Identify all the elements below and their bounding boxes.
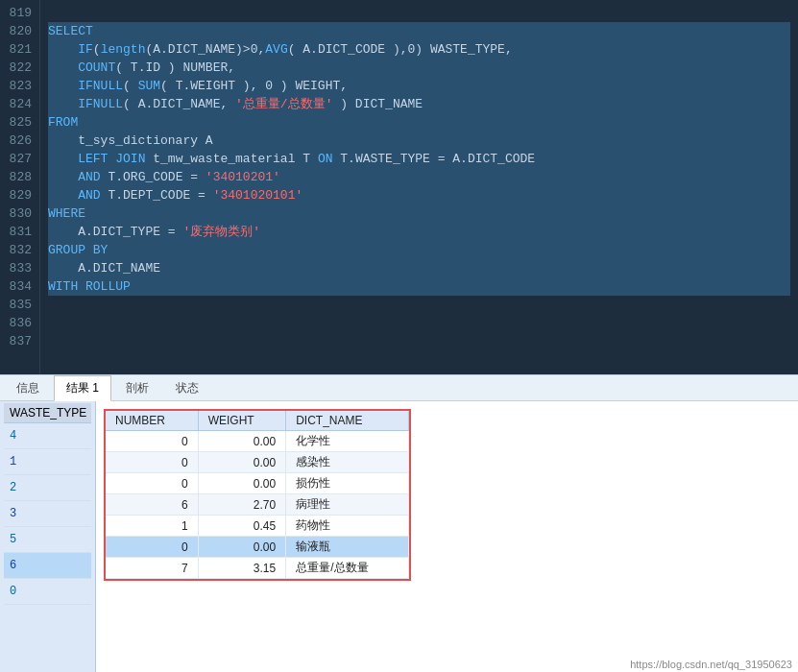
table-cell: 感染性 <box>286 452 409 473</box>
waste-type-cell: 5 <box>4 527 91 553</box>
table-cell: 病理性 <box>286 494 409 516</box>
table-cell: 输液瓶 <box>286 537 409 558</box>
line-numbers: 8198208218228238248258268278288298308318… <box>0 0 40 374</box>
waste-type-cell: 1 <box>4 449 91 475</box>
watermark: https://blog.csdn.net/qq_31950623 <box>630 659 792 670</box>
col-header-weight: WEIGHT <box>198 411 286 431</box>
tab-状态[interactable]: 状态 <box>163 375 211 401</box>
waste-type-header: WASTE_TYPE <box>4 403 91 423</box>
waste-type-cell: 0 <box>4 579 91 605</box>
table-row: 73.15总重量/总数量 <box>106 558 409 579</box>
table-row: 62.70病理性 <box>106 494 409 516</box>
results-table: NUMBERWEIGHTDICT_NAME00.00化学性00.00感染性00.… <box>106 411 409 579</box>
table-cell: 1 <box>106 516 198 537</box>
table-row: 00.00损伤性 <box>106 473 409 494</box>
table-row: 00.00输液瓶 <box>106 537 409 558</box>
table-cell: 损伤性 <box>286 473 409 494</box>
col-header-number: NUMBER <box>106 411 198 431</box>
table-cell: 0.00 <box>198 473 286 494</box>
results-area: WASTE_TYPE 4123560 NUMBERWEIGHTDICT_NAME… <box>0 401 798 672</box>
tabs-bar: 信息结果 1剖析状态 <box>0 374 798 401</box>
table-cell: 7 <box>106 558 198 579</box>
table-cell: 0.45 <box>198 516 286 537</box>
table-cell: 总重量/总数量 <box>286 558 409 579</box>
table-cell: 药物性 <box>286 516 409 537</box>
waste-type-cell: 3 <box>4 501 91 527</box>
table-cell: 3.15 <box>198 558 286 579</box>
main-panel: 8198208218228238248258268278288298308318… <box>0 0 798 672</box>
table-cell: 0.00 <box>198 431 286 452</box>
waste-type-column: WASTE_TYPE 4123560 <box>0 401 96 672</box>
col-header-dict_name: DICT_NAME <box>286 411 409 431</box>
table-cell: 0.00 <box>198 537 286 558</box>
results-table-wrapper: NUMBERWEIGHTDICT_NAME00.00化学性00.00感染性00.… <box>104 409 411 581</box>
waste-type-cell: 6 <box>4 553 91 579</box>
tab-信息[interactable]: 信息 <box>4 375 52 401</box>
bottom-container: WASTE_TYPE 4123560 NUMBERWEIGHTDICT_NAME… <box>0 401 798 672</box>
tab-剖析[interactable]: 剖析 <box>113 375 161 401</box>
tab-结果 1[interactable]: 结果 1 <box>54 375 111 401</box>
results-table-area[interactable]: NUMBERWEIGHTDICT_NAME00.00化学性00.00感染性00.… <box>96 401 798 672</box>
table-cell: 0 <box>106 537 198 558</box>
table-cell: 0 <box>106 431 198 452</box>
table-cell: 0 <box>106 473 198 494</box>
table-row: 10.45药物性 <box>106 516 409 537</box>
table-row: 00.00化学性 <box>106 431 409 452</box>
code-editor: 8198208218228238248258268278288298308318… <box>0 0 798 374</box>
table-cell: 2.70 <box>198 494 286 516</box>
code-content: ​SELECT​ IF(length(A.DICT_NAME)>0,AVG( A… <box>40 0 798 374</box>
table-cell: 0.00 <box>198 452 286 473</box>
waste-type-cells: 4123560 <box>4 423 91 605</box>
waste-type-cell: 2 <box>4 475 91 501</box>
table-cell: 0 <box>106 452 198 473</box>
waste-type-cell: 4 <box>4 423 91 449</box>
table-cell: 化学性 <box>286 431 409 452</box>
table-row: 00.00感染性 <box>106 452 409 473</box>
table-cell: 6 <box>106 494 198 516</box>
